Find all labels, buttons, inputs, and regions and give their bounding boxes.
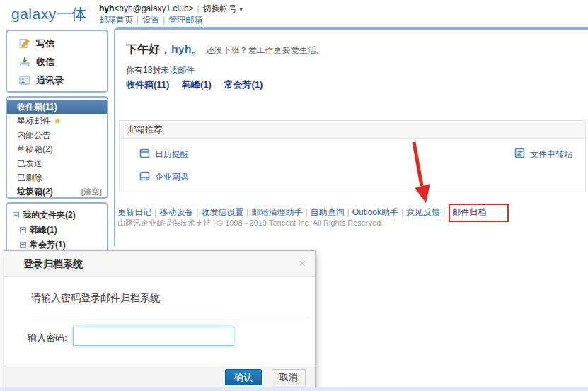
link-mail-archive[interactable]: 邮件归档 (452, 207, 486, 217)
dialog-footer: 确认 取消 (4, 366, 315, 387)
expand-icon[interactable]: + (20, 227, 26, 233)
app-logo: galaxy一体 (11, 4, 87, 24)
folder-sent[interactable]: 已发送 (7, 156, 107, 170)
nav-settings[interactable]: 设置 (142, 15, 159, 25)
cancel-button[interactable]: 取消 (272, 369, 306, 385)
link-send-receive-settings[interactable]: 收发信设置 (201, 207, 243, 217)
dialog-divider (31, 317, 311, 317)
contacts-card-icon (19, 74, 30, 88)
folder-announcements[interactable]: 内部公告 (7, 128, 107, 142)
tree-my-folders[interactable]: − 我的文件夹(2) (7, 208, 107, 223)
greeting-username: hyh。 (171, 43, 202, 55)
sidebar-item-compose[interactable]: 写信 (7, 35, 107, 53)
bottom-edge-strip (0, 387, 588, 391)
account-name: hyh (99, 4, 114, 13)
dialog-title: 登录归档系统 (4, 251, 315, 277)
greeting-hello: 下午好， (126, 43, 171, 55)
collapse-icon[interactable]: − (13, 212, 19, 218)
header-nav: 邮箱首页|设置|管理邮箱 (99, 14, 202, 26)
password-label: 输入密码: (28, 332, 67, 344)
nav-manage-mailbox[interactable]: 管理邮箱 (168, 15, 202, 25)
sidebar-item-receive[interactable]: 收信 (7, 53, 107, 71)
confirm-button[interactable]: 确认 (225, 369, 262, 385)
recommend-file-transfer[interactable]: 文件中转站 (514, 148, 572, 161)
recommend-body: 日历提醒 企业网盘 文件中转站 (119, 139, 586, 192)
recommend-calendar[interactable]: 日历提醒 (139, 148, 189, 161)
unread-mail-link[interactable]: 未读邮件 (161, 65, 195, 75)
password-input[interactable] (73, 327, 234, 346)
nav-mail-home[interactable]: 邮箱首页 (99, 15, 133, 25)
quick-link-hanfeng[interactable]: 韩峰(1) (182, 79, 212, 90)
link-self-service[interactable]: 自助查询 (311, 207, 345, 217)
copyright-text: 由腾讯企业邮提供技术支持 | © 1998 - 2019 Tencent Inc… (117, 218, 383, 228)
sidebar-item-contacts[interactable]: 通讯录 (7, 71, 107, 90)
compose-pencil-icon (19, 37, 30, 51)
recommend-netdisk[interactable]: 企业网盘 (139, 170, 189, 183)
folder-spam[interactable]: 垃圾箱(2) [清空] (7, 185, 107, 199)
link-feedback[interactable]: 意见反馈 (406, 207, 440, 217)
dialog-message: 请输入密码登录邮件归档系统 (31, 292, 160, 305)
greeting: 下午好，hyh。还没下班？爱工作更要爱生活。 (126, 42, 324, 57)
link-outlook-assistant[interactable]: Outlook助手 (352, 207, 398, 217)
receive-mail-icon (19, 56, 30, 69)
recommend-title: 邮箱推荐 (119, 120, 586, 139)
quick-link-changhuifang[interactable]: 常会芳(1) (224, 79, 263, 90)
chevron-down-icon: ▾ (239, 5, 243, 13)
greeting-tip: 还没下班？爱工作更要爱生活。 (205, 45, 324, 55)
close-icon[interactable]: × (299, 257, 306, 271)
quick-link-inbox[interactable]: 收件箱(11) (126, 79, 169, 90)
link-cleanup-assistant[interactable]: 邮箱清理助手 (251, 207, 302, 217)
mail-archive-highlight-box: 邮件归档 (449, 204, 509, 222)
unread-summary: 你有13封未读邮件 (126, 64, 195, 76)
switch-account-link[interactable]: 切换帐号 (203, 4, 237, 13)
folder-drafts[interactable]: 草稿箱(2) (7, 142, 107, 156)
folder-deleted[interactable]: 已删除 (7, 170, 107, 185)
file-transfer-icon (514, 148, 525, 161)
expand-icon[interactable]: + (20, 242, 26, 248)
disk-icon (139, 170, 150, 183)
quick-links: 收件箱(11) 韩峰(1) 常会芳(1) (126, 78, 272, 91)
recommend-panel: 邮箱推荐 日历提醒 企业网盘 文件中转站 (119, 120, 586, 192)
folder-starred[interactable]: 星标邮件 ★ (7, 114, 107, 128)
login-archive-dialog: 登录归档系统 × 请输入密码登录邮件归档系统 输入密码: 确认 取消 (4, 250, 316, 388)
calendar-icon (139, 148, 150, 161)
sidebar-actions-box: 写信 收信 通讯录 (6, 30, 108, 93)
folder-inbox[interactable]: 收件箱(11) (7, 100, 107, 114)
account-info: hyh<hyh@galaxy1.club>|切换帐号 ▾ (99, 3, 243, 15)
empty-spam-link[interactable]: [清空] (81, 187, 102, 197)
link-mobile-device[interactable]: 移动设备 (159, 207, 193, 217)
account-email: <hyh@galaxy1.club> (114, 4, 193, 13)
star-icon: ★ (54, 116, 62, 126)
link-update-diary[interactable]: 更新日记 (117, 207, 151, 217)
tree-folder-hanfeng[interactable]: + 韩峰(1) (7, 223, 107, 238)
sidebar-folders-box: 收件箱(11) 星标邮件 ★ 内部公告 草稿箱(2) 已发送 已删除 垃圾箱(2… (6, 96, 108, 199)
